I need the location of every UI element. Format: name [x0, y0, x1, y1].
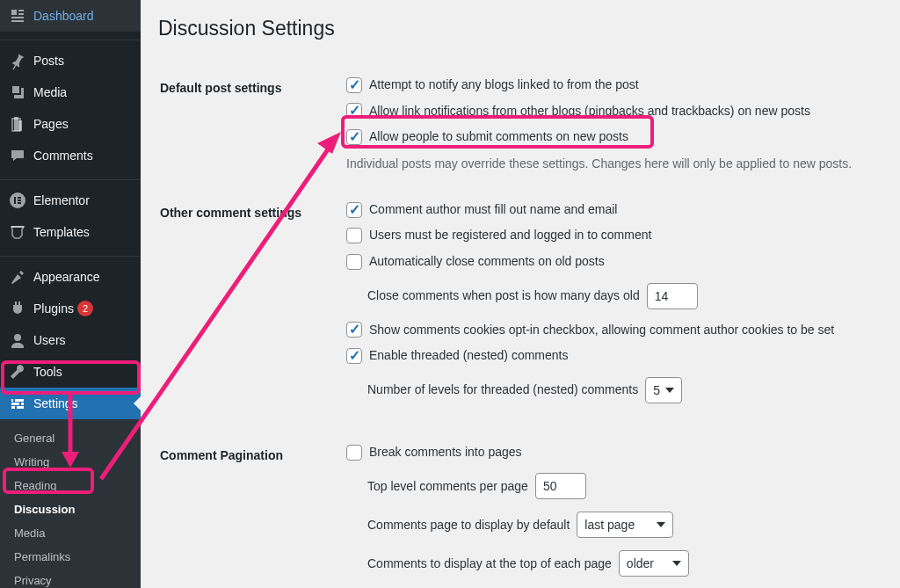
- comments-icon: [9, 147, 26, 164]
- checkbox-allow-comments[interactable]: [346, 129, 362, 145]
- sidebar-label: Posts: [33, 54, 64, 68]
- label-pingbacks: Allow link notifications from other blog…: [369, 103, 810, 120]
- sidebar-label: Appearance: [33, 270, 100, 284]
- section-heading-pagination: Comment Pagination: [160, 431, 336, 588]
- sidebar-label: Users: [33, 333, 66, 347]
- page-title: Discussion Settings: [158, 9, 882, 44]
- plugins-update-badge: 2: [77, 301, 93, 316]
- label-display-top: Comments to display at the top of each p…: [367, 555, 612, 573]
- sidebar-item-dashboard[interactable]: Dashboard: [0, 0, 141, 32]
- label-cookies: Show comments cookies opt-in checkbox, a…: [369, 322, 834, 339]
- sidebar-item-settings[interactable]: Settings: [0, 388, 141, 419]
- checkbox-pingbacks[interactable]: [346, 103, 362, 119]
- select-display-top[interactable]: older: [619, 550, 689, 577]
- label-thread-levels: Number of levels for threaded (nested) c…: [367, 381, 638, 399]
- templates-icon: [9, 223, 26, 241]
- svg-rect-12: [15, 405, 17, 410]
- sidebar-item-pages[interactable]: Pages: [0, 108, 141, 140]
- checkbox-cookies[interactable]: [346, 322, 362, 338]
- sidebar-item-tools[interactable]: Tools: [0, 356, 141, 388]
- submenu-permalinks[interactable]: Permalinks: [0, 545, 141, 569]
- submenu-general[interactable]: General: [0, 426, 141, 450]
- sidebar-item-appearance[interactable]: Appearance: [0, 261, 141, 293]
- checkbox-registered[interactable]: [346, 228, 362, 243]
- sidebar-label: Settings: [33, 396, 78, 410]
- sidebar-label: Plugins: [33, 301, 74, 316]
- svg-rect-2: [14, 197, 16, 204]
- sidebar-label: Pages: [33, 117, 69, 131]
- svg-rect-4: [18, 200, 21, 201]
- pages-icon: [9, 115, 26, 133]
- checkbox-break-pages[interactable]: [346, 445, 362, 461]
- submenu-media[interactable]: Media: [0, 521, 141, 545]
- checkbox-name-email[interactable]: [346, 202, 362, 218]
- users-icon: [9, 331, 26, 349]
- sidebar-label: Elementor: [33, 193, 90, 207]
- label-threaded: Enable threaded (nested) comments: [369, 347, 568, 365]
- sidebar-label: Comments: [33, 149, 93, 163]
- select-default-page[interactable]: last page: [577, 512, 673, 538]
- settings-icon: [9, 395, 26, 412]
- dashboard-icon: [9, 7, 26, 25]
- default-post-hint: Individual posts may override these sett…: [346, 155, 872, 173]
- section-heading-other: Other comment settings: [160, 188, 336, 429]
- label-name-email: Comment author must fill out name and em…: [369, 201, 617, 219]
- svg-rect-10: [13, 398, 15, 403]
- sidebar-item-plugins[interactable]: Plugins 2: [0, 293, 141, 324]
- submenu-privacy[interactable]: Privacy: [0, 569, 141, 588]
- main-content: Discussion Settings Default post setting…: [141, 0, 900, 588]
- svg-rect-5: [18, 202, 21, 204]
- label-autoclose: Automatically close comments on old post…: [369, 253, 605, 271]
- checkbox-threaded[interactable]: [346, 348, 362, 364]
- checkbox-autoclose[interactable]: [346, 254, 362, 270]
- sidebar-label: Media: [33, 85, 67, 99]
- sidebar-item-users[interactable]: Users: [0, 324, 141, 356]
- submenu-reading[interactable]: Reading: [0, 474, 141, 497]
- admin-sidebar: Dashboard Posts Media Pages Comments Ele…: [0, 0, 141, 588]
- svg-rect-8: [11, 403, 24, 405]
- appearance-icon: [9, 268, 26, 286]
- sidebar-label: Tools: [33, 365, 62, 379]
- pin-icon: [9, 52, 26, 69]
- label-toplevel-per-page: Top level comments per page: [367, 478, 528, 496]
- select-thread-levels[interactable]: 5: [645, 377, 682, 403]
- submenu-discussion[interactable]: Discussion: [0, 497, 141, 521]
- label-close-days: Close comments when post is how many day…: [367, 287, 640, 305]
- sidebar-item-templates[interactable]: Templates: [0, 216, 141, 248]
- submenu-writing[interactable]: Writing: [0, 450, 141, 474]
- sidebar-label: Dashboard: [33, 9, 94, 23]
- label-default-page: Comments page to display by default: [367, 517, 570, 534]
- plugins-icon: [9, 300, 26, 317]
- media-icon: [9, 83, 26, 101]
- input-close-days[interactable]: [647, 283, 698, 309]
- svg-rect-11: [19, 402, 21, 406]
- sidebar-label: Templates: [33, 225, 90, 239]
- sidebar-item-media[interactable]: Media: [0, 76, 141, 108]
- tools-icon: [9, 363, 26, 381]
- elementor-icon: [9, 192, 26, 209]
- section-heading-default: Default post settings: [160, 63, 336, 186]
- svg-rect-9: [11, 406, 24, 409]
- label-notify-blogs: Attempt to notify any blogs linked to fr…: [369, 76, 639, 94]
- sidebar-item-elementor[interactable]: Elementor: [0, 185, 141, 216]
- sidebar-item-posts[interactable]: Posts: [0, 45, 141, 76]
- sidebar-item-comments[interactable]: Comments: [0, 140, 141, 171]
- settings-submenu: General Writing Reading Discussion Media…: [0, 419, 141, 588]
- svg-rect-3: [18, 197, 21, 199]
- label-break-pages: Break comments into pages: [369, 444, 522, 461]
- label-allow-comments: Allow people to submit comments on new p…: [369, 128, 628, 146]
- label-registered: Users must be registered and logged in t…: [369, 227, 651, 244]
- svg-point-6: [14, 334, 21, 341]
- checkbox-notify-blogs[interactable]: [346, 77, 362, 93]
- input-toplevel-per-page[interactable]: [535, 473, 586, 499]
